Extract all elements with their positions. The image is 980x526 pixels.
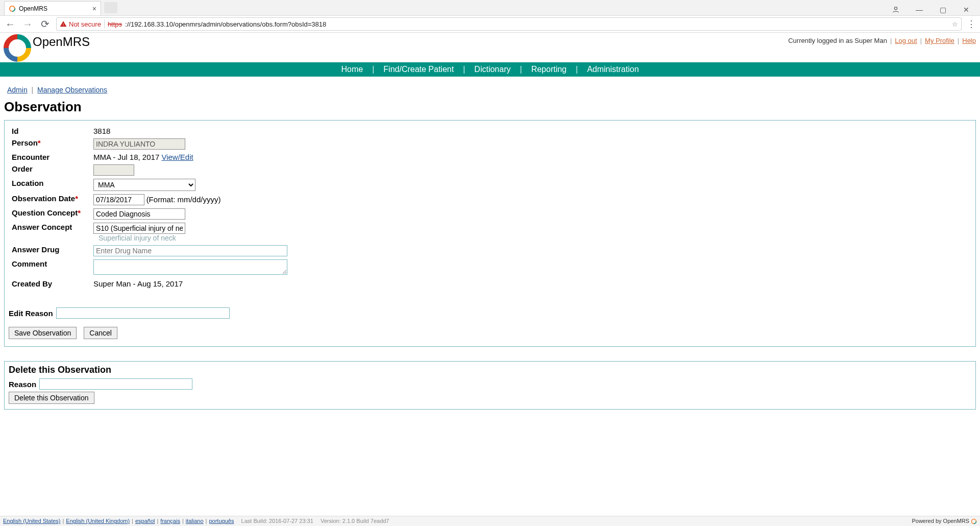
openmrs-logo: [3, 34, 32, 64]
not-secure-badge[interactable]: Not secure: [60, 20, 101, 28]
encounter-text: MMA - Jul 18, 2017: [93, 153, 161, 161]
browser-forward-icon[interactable]: →: [21, 18, 34, 30]
lang-en-us[interactable]: English (United States): [3, 518, 61, 524]
window-maximize-icon[interactable]: ▢: [934, 6, 951, 15]
label-created-by: Created By: [10, 278, 90, 289]
logout-link[interactable]: Log out: [895, 37, 917, 44]
encounter-view-edit-link[interactable]: View/Edit: [161, 153, 193, 161]
browser-toolbar: ← → ⟳ Not secure https://192.168.33.10/o…: [0, 15, 980, 33]
label-location: Location: [10, 178, 90, 192]
crumb-manage-observations[interactable]: Manage Observations: [37, 86, 107, 94]
location-select[interactable]: MMA: [93, 179, 195, 191]
edit-reason-field[interactable]: [56, 307, 230, 319]
svg-point-2: [894, 7, 897, 10]
footer-version: Version: 2.1.0 Build 7eadd7: [321, 518, 389, 524]
label-edit-reason: Edit Reason: [9, 309, 53, 318]
browser-back-icon[interactable]: ←: [4, 18, 16, 30]
lang-it[interactable]: italiano: [186, 518, 204, 524]
label-answer-concept: Answer Concept: [10, 222, 90, 243]
answer-concept-subtext: Superficial injury of neck: [99, 234, 176, 242]
delete-observation-box: Delete this Observation Reason Delete th…: [4, 361, 976, 410]
url-scheme: https: [108, 20, 122, 28]
nav-dictionary[interactable]: Dictionary: [474, 65, 510, 74]
logged-in-text: Currently logged in as Super Man: [788, 37, 887, 44]
lang-es[interactable]: español: [135, 518, 155, 524]
obs-date-hint: (Format: mm/dd/yyyy): [146, 195, 221, 204]
account-icon[interactable]: [887, 6, 904, 15]
tab-close-icon[interactable]: ×: [92, 5, 96, 13]
openmrs-footer-icon: [971, 518, 977, 524]
my-profile-link[interactable]: My Profile: [925, 37, 954, 44]
label-comment: Comment: [10, 258, 90, 277]
answer-drug-field[interactable]: [93, 245, 287, 256]
window-minimize-icon[interactable]: —: [911, 6, 928, 15]
page-title: Observation: [4, 99, 976, 115]
cancel-button[interactable]: Cancel: [84, 327, 117, 339]
observation-form: Id 3818 Person* Encounter MMA - Jul 18, …: [4, 120, 976, 347]
comment-field[interactable]: [93, 259, 287, 275]
value-id: 3818: [91, 126, 289, 136]
nav-reporting[interactable]: Reporting: [531, 65, 567, 74]
label-obs-date: Observation Date: [12, 194, 75, 203]
lang-pt[interactable]: português: [209, 518, 234, 524]
window-close-icon[interactable]: ✕: [958, 6, 975, 15]
nav-administration[interactable]: Administration: [587, 65, 639, 74]
person-field[interactable]: [93, 138, 185, 150]
new-tab-button[interactable]: [104, 2, 117, 13]
order-field[interactable]: [93, 164, 134, 176]
nav-find-create-patient[interactable]: Find/Create Patient: [383, 65, 454, 74]
label-id: Id: [10, 126, 90, 136]
nav-home[interactable]: Home: [341, 65, 363, 74]
help-link[interactable]: Help: [962, 37, 976, 44]
label-question-concept: Question Concept: [12, 208, 78, 217]
lang-en-gb[interactable]: English (United Kingdom): [66, 518, 130, 524]
label-delete-reason: Reason: [9, 380, 36, 389]
browser-tabstrip: OpenMRS × — ▢ ✕: [0, 0, 980, 15]
browser-tab[interactable]: OpenMRS ×: [4, 1, 101, 15]
lang-fr[interactable]: français: [160, 518, 180, 524]
addr-separator: [104, 20, 105, 28]
delete-title: Delete this Observation: [9, 365, 971, 375]
address-bar[interactable]: Not secure https://192.168.33.10/openmrs…: [56, 17, 962, 31]
label-answer-drug: Answer Drug: [10, 244, 90, 257]
delete-reason-field[interactable]: [39, 378, 192, 390]
label-order: Order: [10, 163, 90, 177]
warning-icon: [60, 20, 67, 28]
label-encounter: Encounter: [10, 152, 90, 162]
openmrs-favicon: [9, 5, 16, 12]
label-person: Person: [12, 138, 38, 147]
browser-menu-icon[interactable]: ⋮: [967, 18, 976, 30]
value-created-by: Super Man - Aug 15, 2017: [91, 278, 289, 289]
save-observation-button[interactable]: Save Observation: [9, 327, 77, 339]
user-links: Currently logged in as Super Man | Log o…: [788, 37, 976, 44]
footer-powered: Powered by OpenMRS: [912, 518, 977, 524]
observation-date-field[interactable]: [93, 194, 144, 205]
footer: English (United States)| English (United…: [0, 516, 980, 526]
answer-concept-field[interactable]: [93, 223, 185, 234]
browser-tab-title: OpenMRS: [19, 5, 47, 12]
brand-title: OpenMRS: [33, 35, 90, 49]
url-rest: ://192.168.33.10/openmrs/admin/observati…: [125, 20, 326, 28]
question-concept-field[interactable]: [93, 208, 185, 220]
delete-observation-button[interactable]: Delete this Observation: [9, 392, 94, 404]
breadcrumb: Admin | Manage Observations: [0, 77, 980, 96]
crumb-admin[interactable]: Admin: [7, 86, 28, 94]
browser-reload-icon[interactable]: ⟳: [39, 18, 51, 30]
bookmark-star-icon[interactable]: ☆: [952, 20, 958, 28]
main-nav: Home| Find/Create Patient| Dictionary| R…: [0, 62, 980, 77]
footer-build: Last Build: 2016-07-27 23:31: [241, 518, 313, 524]
